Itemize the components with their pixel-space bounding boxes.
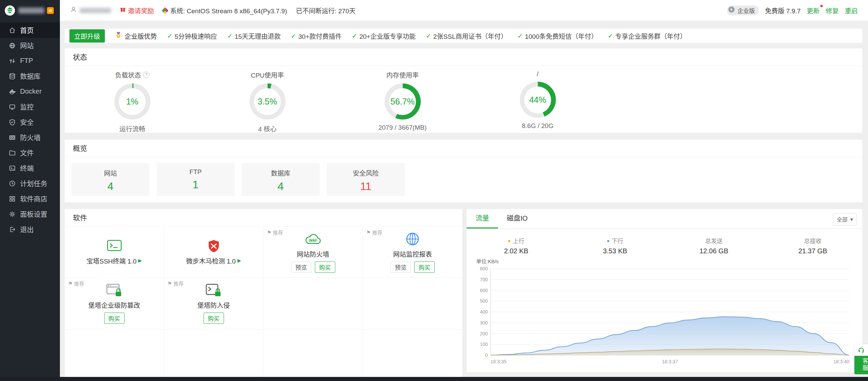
gauge-value: 1%	[119, 88, 146, 115]
overview-box-databases[interactable]: 数据库 4	[242, 163, 320, 196]
restart-link[interactable]: 重启	[845, 6, 858, 15]
sidebar-item-terminal[interactable]: 终端	[0, 160, 60, 176]
invite-reward-link[interactable]: 邀请奖励	[120, 6, 154, 15]
gauge-ring: 56.7%	[385, 83, 421, 120]
software-item[interactable]: 宝塔SSH终端 1.0▶	[65, 227, 164, 278]
sidebar-item-files[interactable]: 文件	[0, 145, 60, 160]
svg-text:18:3:37: 18:3:37	[662, 359, 678, 364]
software-item[interactable]: ⚑推荐 网站监控报表 预览 购买	[363, 227, 462, 278]
gift-icon	[120, 6, 126, 14]
intrusion-icon	[206, 284, 222, 297]
customer-service-label: 客服	[854, 356, 868, 374]
sidebar-item-label: 软件商店	[20, 194, 47, 204]
malware-scan-icon	[207, 239, 221, 253]
panel-name-blurred	[18, 7, 44, 14]
software-item[interactable]: ⚑推荐 WAF 网站防火墙 预览 购买	[263, 227, 363, 278]
flag-icon: ⚑	[68, 281, 73, 287]
update-link[interactable]: 更新	[807, 6, 820, 15]
software-empty-cell	[65, 330, 164, 377]
sidebar-item-appstore[interactable]: 软件商店	[0, 191, 60, 206]
software-item[interactable]: ⚑推荐 堡塔企业级防篡改 购买	[65, 278, 164, 330]
sidebar-item-label: 面板设置	[20, 209, 47, 219]
sidebar: 首页 网站 FTP 数据库 Docker 监控 安全 防火墙 文件 终端 计划任…	[0, 0, 60, 377]
sidebar-item-ftp[interactable]: FTP	[0, 53, 60, 68]
preview-button[interactable]: 预览	[291, 261, 311, 273]
repair-link[interactable]: 修复	[826, 6, 839, 15]
software-item[interactable]: 微步木马检测 1.0▶	[164, 227, 263, 278]
logout-icon	[9, 226, 16, 233]
settings-icon	[9, 211, 16, 218]
preview-button[interactable]: 预览	[390, 261, 411, 273]
traffic-area-chart: 单位:KB/s010020030040050060070080018:3:351…	[475, 258, 854, 367]
recommend-tag: ⚑推荐	[68, 280, 84, 287]
overview-box-websites[interactable]: 网站 4	[71, 163, 149, 196]
traffic-card: 流量 磁盘IO 全部 ▾ ●上行 2.02 KB ●下行 3.53 KB 总发送…	[467, 209, 862, 372]
topbar: 邀请奖励 系统: CentOS Stream 8 x86_64(Py3.7.9)…	[60, 0, 868, 21]
traffic-chart: 单位:KB/s010020030040050060070080018:3:351…	[467, 255, 862, 367]
overview-count: 4	[71, 180, 149, 193]
sidebar-item-home[interactable]: 首页	[0, 22, 60, 38]
monitor-icon	[9, 104, 16, 110]
gauge-sub-label: 8.6G / 20G	[522, 122, 553, 130]
software-empty-cell	[263, 330, 363, 377]
play-icon[interactable]: ▶	[237, 258, 241, 263]
tab-traffic[interactable]: 流量	[467, 209, 498, 228]
help-icon[interactable]: ?	[143, 72, 149, 78]
sidebar-menu: 首页 网站 FTP 数据库 Docker 监控 安全 防火墙 文件 终端 计划任…	[0, 22, 60, 237]
sidebar-item-cron[interactable]: 计划任务	[0, 176, 60, 191]
software-empty-cell	[363, 330, 462, 377]
software-empty-cell	[363, 278, 462, 330]
network-filter-select[interactable]: 全部 ▾	[833, 213, 857, 225]
sidebar-item-logout[interactable]: 退出	[0, 222, 60, 237]
sidebar-item-firewall[interactable]: 防火墙	[0, 130, 60, 145]
topbar-right: 企业版 免费版 7.9.7 更新 修复 重启	[727, 5, 858, 15]
tab-disk-io[interactable]: 磁盘IO	[498, 209, 536, 228]
promo-feature: ✓30+款付费插件	[291, 31, 342, 41]
overview-boxes: 网站 4 FTP 1 数据库 4 安全风险 11	[65, 157, 862, 196]
terminal-icon	[9, 165, 16, 172]
sidebar-item-website[interactable]: 网站	[0, 38, 60, 53]
database-icon	[9, 73, 16, 80]
sidebar-item-database[interactable]: 数据库	[0, 68, 60, 84]
sidebar-item-security[interactable]: 安全	[0, 114, 60, 130]
svg-text:800: 800	[480, 266, 488, 271]
svg-text:18:3:40: 18:3:40	[833, 359, 849, 364]
buy-button[interactable]: 购买	[204, 313, 224, 324]
sidebar-item-label: Docker	[20, 88, 42, 95]
sidebar-item-monitor[interactable]: 监控	[0, 99, 60, 114]
upgrade-now-button[interactable]: 立即升级	[69, 29, 105, 43]
sidebar-item-label: 文件	[20, 148, 34, 158]
sidebar-item-label: FTP	[20, 57, 33, 65]
buy-button[interactable]: 购买	[414, 261, 435, 273]
edition-badge[interactable]: 企业版	[727, 5, 759, 15]
flag-icon: ⚑	[167, 281, 172, 287]
gauge-load: 负载状态? 1% 运行流畅	[65, 70, 200, 133]
stat-total-received: 总接收 21.37 GB	[763, 236, 863, 255]
overview-box-security-risk[interactable]: 安全风险 11	[327, 163, 405, 196]
buy-button[interactable]: 购买	[315, 261, 335, 273]
svg-text:100: 100	[480, 342, 488, 347]
user-area[interactable]	[70, 6, 111, 15]
sidebar-item-settings[interactable]: 面板设置	[0, 206, 60, 222]
gauge-value: 44%	[524, 86, 551, 113]
home-icon	[9, 27, 16, 34]
svg-text:600: 600	[480, 288, 488, 293]
sidebar-item-docker[interactable]: Docker	[0, 84, 60, 99]
recommend-tag: ⚑推荐	[366, 229, 382, 236]
software-item[interactable]: ⚑推荐 堡塔防入侵 购买	[164, 278, 263, 330]
firewall-icon	[9, 134, 16, 141]
traffic-stats: ●上行 2.02 KB ●下行 3.53 KB 总发送 12.06 GB 总接收…	[467, 236, 862, 255]
gauge-ring: 44%	[520, 82, 556, 118]
customer-service-widget[interactable]: 客服	[854, 344, 868, 374]
files-icon	[9, 149, 16, 156]
check-icon: ✓	[608, 32, 613, 40]
system-info: 系统: CentOS Stream 8 x86_64(Py3.7.9)	[163, 6, 287, 15]
play-icon[interactable]: ▶	[138, 258, 142, 263]
gauge-cpu: CPU使用率 3.5% 4 核心	[200, 70, 335, 133]
software-grid: 宝塔SSH终端 1.0▶ 微步木马检测 1.0▶ ⚑推荐 WAF 网站防火墙 预…	[65, 227, 462, 377]
buy-button[interactable]: 购买	[104, 313, 125, 324]
logo-area[interactable]	[0, 0, 60, 21]
svg-text:700: 700	[480, 277, 488, 282]
gauges-row: 负载状态? 1% 运行流畅 CPU使用率 3.5% 4 核心 内存使用率 56.…	[65, 66, 862, 133]
overview-box-ftp[interactable]: FTP 1	[157, 163, 235, 196]
